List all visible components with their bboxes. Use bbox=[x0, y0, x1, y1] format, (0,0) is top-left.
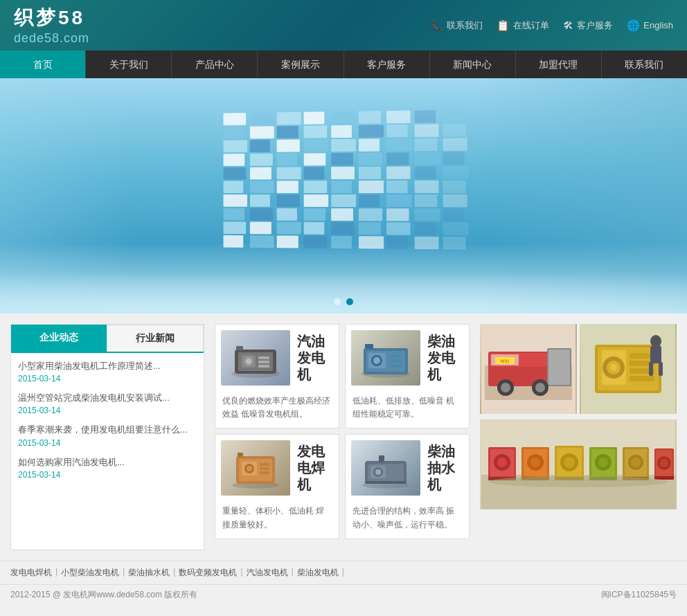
header: 织梦58 dede58.com 📞 联系我们 📋 在线订单 🛠 客户服务 🌐 E… bbox=[0, 0, 687, 51]
hero-banner: .bk { height: 18px; border-radius: 1px; … bbox=[0, 78, 687, 314]
news-date: 2015-03-14 bbox=[18, 470, 197, 480]
welder-generator-svg bbox=[228, 446, 283, 491]
svg-point-94 bbox=[631, 458, 641, 467]
news-title[interactable]: 春季寒潮来袭，使用发电机组要注意什么... bbox=[18, 424, 197, 436]
svg-point-51 bbox=[501, 383, 510, 392]
svg-rect-64 bbox=[630, 376, 654, 381]
order-icon: 📋 bbox=[497, 19, 510, 32]
news-tabs: 企业动态 行业新闻 bbox=[11, 325, 204, 353]
nav-item-service[interactable]: 客户服务 bbox=[344, 51, 430, 78]
footer-link-inverter[interactable]: 数码变频发电机 bbox=[179, 567, 237, 579]
svg-point-53 bbox=[535, 383, 545, 392]
product-name-welder: 发电电焊机 bbox=[297, 443, 333, 493]
news-item: 小型家用柴油发电机工作原理简述... 2015-03-14 bbox=[18, 360, 197, 383]
svg-rect-19 bbox=[365, 344, 373, 349]
news-date: 2015-03-14 bbox=[18, 438, 197, 448]
nav-item-about[interactable]: 关于我们 bbox=[86, 51, 172, 78]
product-name-pump: 柴油抽水机 bbox=[427, 443, 463, 493]
svg-rect-38 bbox=[389, 475, 400, 478]
svg-point-25 bbox=[247, 466, 252, 471]
gasoline-generator-svg bbox=[228, 336, 283, 381]
tab-company-news[interactable]: 企业动态 bbox=[11, 325, 107, 352]
footer-link-small-diesel[interactable]: 小型柴油发电机 bbox=[61, 567, 119, 579]
photo-box-truck: 特别 bbox=[480, 324, 577, 414]
service-link[interactable]: 🛠 客户服务 bbox=[563, 19, 613, 32]
footer-link-pump[interactable]: 柴油抽水机 bbox=[128, 567, 170, 579]
svg-point-15 bbox=[373, 357, 380, 364]
banner-visual: .bk { height: 18px; border-radius: 1px; … bbox=[0, 78, 687, 314]
product-top: 汽油发电机 bbox=[215, 325, 339, 391]
header-links: 📞 联系我们 📋 在线订单 🛠 客户服务 🌐 English bbox=[430, 19, 673, 32]
svg-point-84 bbox=[564, 457, 575, 468]
product-image-gasoline bbox=[221, 330, 290, 386]
photo-row-top: 特别 bbox=[480, 324, 677, 414]
news-item: 春季寒潮来袭，使用发电机组要注意什么... 2015-03-14 bbox=[18, 424, 197, 447]
photo-box-yellow-generator bbox=[580, 324, 677, 414]
footer-link-welder[interactable]: 发电电焊机 bbox=[10, 567, 52, 579]
svg-point-60 bbox=[610, 364, 617, 371]
service-label: 客户服务 bbox=[577, 19, 613, 32]
svg-rect-67 bbox=[649, 362, 653, 376]
news-date: 2015-03-14 bbox=[18, 406, 197, 415]
svg-rect-37 bbox=[389, 471, 400, 474]
pump-svg bbox=[358, 446, 413, 491]
news-title[interactable]: 如何选购家用汽油发电机... bbox=[18, 456, 197, 469]
svg-point-35 bbox=[375, 469, 381, 475]
yellow-gen-svg bbox=[581, 324, 675, 414]
product-image-welder bbox=[221, 440, 290, 496]
svg-point-89 bbox=[598, 458, 608, 467]
svg-rect-6 bbox=[258, 356, 269, 359]
product-image-pump bbox=[351, 440, 420, 496]
news-title[interactable]: 小型家用柴油发电机工作原理简述... bbox=[18, 360, 197, 372]
svg-rect-18 bbox=[389, 364, 402, 368]
footer-bottom: 2012-2015 @ 发电机网www.dede58.com 版权所有 闽ICP… bbox=[0, 584, 687, 605]
logo: 织梦58 dede58.com bbox=[14, 5, 89, 46]
navigation: 首页 关于我们 产品中心 案例展示 客户服务 新闻中心 加盟代理 联系我们 bbox=[0, 51, 687, 78]
nav-item-contact[interactable]: 联系我们 bbox=[602, 51, 687, 78]
nav-item-franchise[interactable]: 加盟代理 bbox=[516, 51, 602, 78]
contact-link[interactable]: 📞 联系我们 bbox=[430, 19, 483, 32]
generators-group-svg bbox=[481, 419, 675, 509]
svg-rect-68 bbox=[659, 362, 663, 376]
svg-point-65 bbox=[650, 335, 661, 347]
svg-point-5 bbox=[246, 359, 251, 364]
product-card-welder: 发电电焊机 重量轻、体积小、低油耗 焊接质量较好。 bbox=[215, 434, 339, 538]
news-title[interactable]: 温州空管站完成柴油发电机安装调试... bbox=[18, 392, 197, 404]
indicator-1[interactable] bbox=[334, 298, 341, 305]
product-image-diesel bbox=[351, 330, 420, 386]
phone-icon: 📞 bbox=[430, 19, 443, 32]
svg-rect-17 bbox=[389, 359, 402, 363]
nav-item-products[interactable]: 产品中心 bbox=[172, 51, 258, 78]
service-icon: 🛠 bbox=[563, 19, 573, 31]
svg-text:特别: 特别 bbox=[501, 359, 509, 363]
products-panel: 汽油发电机 优良的燃烧效率产生极高经济效益 低噪音发电机组。 bbox=[215, 324, 470, 550]
footer-link-diesel[interactable]: 柴油发电机 bbox=[297, 567, 339, 579]
nav-item-news[interactable]: 新闻中心 bbox=[430, 51, 516, 78]
svg-rect-9 bbox=[236, 346, 243, 350]
news-date: 2015-03-14 bbox=[18, 374, 197, 383]
english-link[interactable]: 🌐 English bbox=[627, 19, 673, 32]
order-label: 在线订单 bbox=[513, 19, 549, 32]
svg-point-79 bbox=[530, 458, 540, 467]
globe-icon: 🌐 bbox=[627, 19, 640, 32]
photo-box-generators bbox=[480, 419, 677, 509]
product-top: 柴油发电机 bbox=[346, 325, 469, 391]
order-link[interactable]: 📋 在线订单 bbox=[497, 19, 549, 32]
tab-industry-news[interactable]: 行业新闻 bbox=[107, 325, 204, 352]
logo-main: 织梦58 bbox=[14, 5, 89, 31]
news-item: 如何选购家用汽油发电机... 2015-03-14 bbox=[18, 456, 197, 480]
nav-items: 首页 关于我们 产品中心 案例展示 客户服务 新闻中心 加盟代理 联系我们 bbox=[0, 51, 687, 78]
svg-rect-27 bbox=[260, 467, 269, 470]
product-desc-gasoline: 优良的燃烧效率产生极高经济效益 低噪音发电机组。 bbox=[215, 391, 339, 428]
news-item: 温州空管站完成柴油发电机安装调试... 2015-03-14 bbox=[18, 392, 197, 415]
product-top: 柴油抽水机 bbox=[346, 435, 469, 501]
product-card-pump: 柴油抽水机 先进合理的结构，效率高 振动小、噪声低，运行平稳。 bbox=[345, 434, 470, 538]
indicator-2[interactable] bbox=[346, 298, 353, 305]
footer-link-gasoline[interactable]: 汽油发电机 bbox=[247, 567, 288, 579]
footer-copyright: 2012-2015 @ 发电机网www.dede58.com 版权所有 bbox=[10, 589, 197, 601]
nav-item-home[interactable]: 首页 bbox=[0, 51, 86, 78]
product-card-diesel: 柴油发电机 低油耗、低排放、低噪音 机组性能稳定可靠。 bbox=[345, 324, 470, 428]
nav-item-cases[interactable]: 案例展示 bbox=[258, 51, 344, 78]
svg-rect-39 bbox=[379, 455, 384, 462]
svg-rect-8 bbox=[258, 365, 269, 368]
